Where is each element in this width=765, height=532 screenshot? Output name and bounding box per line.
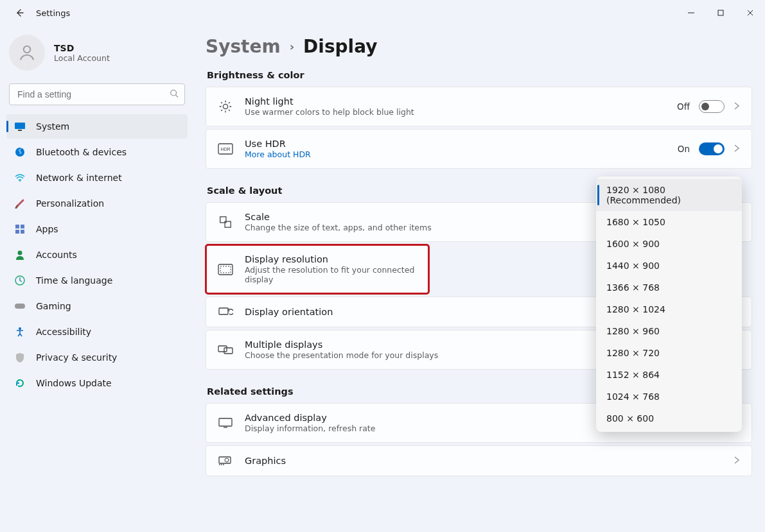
- minimize-button[interactable]: [676, 3, 706, 23]
- resolution-option[interactable]: 1366 × 768: [596, 277, 742, 298]
- sidebar-item-gaming[interactable]: Gaming: [6, 294, 188, 318]
- person-icon: [17, 43, 37, 62]
- avatar: [9, 35, 45, 71]
- sidebar-item-time[interactable]: Time & language: [6, 268, 188, 293]
- card-graphics[interactable]: Graphics: [206, 445, 752, 476]
- resolution-option[interactable]: 1440 × 900: [596, 255, 742, 277]
- card-sub: Use warmer colors to help block blue lig…: [245, 107, 665, 117]
- svg-point-27: [225, 458, 229, 462]
- resolution-option[interactable]: 1280 × 720: [596, 342, 742, 364]
- svg-point-15: [223, 104, 227, 108]
- svg-point-6: [19, 180, 21, 182]
- resolution-option[interactable]: 1920 × 1080 (Recommended): [596, 179, 742, 211]
- hdr-icon: HDR: [218, 143, 233, 155]
- card-sub: Adjust the resolution to fit your connec…: [245, 265, 417, 284]
- toggle-state: On: [678, 144, 690, 154]
- gamepad-icon: [14, 302, 26, 310]
- card-title: Night light: [245, 96, 665, 107]
- chevron-right-icon: [734, 456, 740, 467]
- bluetooth-icon: [14, 147, 26, 157]
- resolution-option[interactable]: 1680 × 1050: [596, 211, 742, 233]
- breadcrumb: System › Display: [206, 36, 752, 57]
- close-icon: [747, 10, 753, 16]
- card-resolution[interactable]: Display resolution Adjust the resolution…: [206, 245, 429, 294]
- sun-icon: [218, 99, 233, 114]
- card-title: Display resolution: [245, 254, 417, 264]
- sidebar-item-update[interactable]: Windows Update: [6, 371, 188, 395]
- resolution-option[interactable]: 1024 × 768: [596, 386, 742, 408]
- resolution-option[interactable]: 1600 × 900: [596, 233, 742, 255]
- window-title: Settings: [36, 8, 70, 18]
- svg-rect-4: [18, 130, 22, 131]
- gpu-icon: [218, 455, 233, 467]
- system-icon: [14, 122, 26, 131]
- breadcrumb-parent[interactable]: System: [206, 36, 281, 57]
- sidebar-item-network[interactable]: Network & internet: [6, 166, 188, 190]
- window-controls: [676, 3, 765, 23]
- sidebar-item-accessibility[interactable]: Accessibility: [6, 320, 188, 344]
- resolution-option[interactable]: 800 × 600: [596, 408, 742, 429]
- resolution-dropdown[interactable]: 1920 × 1080 (Recommended) 1680 × 1050 16…: [596, 176, 742, 432]
- wifi-icon: [14, 174, 26, 182]
- sidebar-item-accounts[interactable]: Accounts: [6, 243, 188, 267]
- displays-icon: [218, 344, 233, 356]
- svg-point-11: [18, 251, 22, 255]
- titlebar: Settings: [0, 0, 765, 26]
- svg-rect-24: [224, 348, 233, 354]
- search-wrap: [9, 83, 185, 105]
- close-button[interactable]: [735, 3, 765, 23]
- brush-icon: [14, 198, 26, 209]
- hdr-toggle[interactable]: [699, 142, 725, 155]
- night-light-toggle[interactable]: [699, 100, 725, 113]
- card-hdr[interactable]: HDR Use HDR More about HDR On: [206, 129, 752, 169]
- sidebar-item-privacy[interactable]: Privacy & security: [6, 345, 188, 370]
- card-title: Graphics: [245, 456, 722, 466]
- resolution-option[interactable]: 1280 × 1024: [596, 298, 742, 320]
- resolution-option[interactable]: 1152 × 864: [596, 364, 742, 386]
- svg-rect-8: [21, 225, 24, 228]
- account-header[interactable]: TSD Local Account: [6, 32, 188, 80]
- svg-rect-9: [15, 230, 19, 234]
- sidebar-item-system[interactable]: System: [6, 114, 188, 139]
- card-title: Use HDR: [245, 139, 666, 149]
- svg-point-2: [171, 90, 177, 96]
- minimize-icon: [688, 10, 694, 16]
- sidebar-item-label: Network & internet: [36, 173, 122, 183]
- chevron-right-icon: ›: [290, 40, 294, 53]
- card-night-light[interactable]: Night light Use warmer colors to help bl…: [206, 87, 752, 126]
- maximize-button[interactable]: [706, 3, 735, 23]
- svg-rect-10: [21, 230, 24, 234]
- sidebar-item-personalization[interactable]: Personalization: [6, 191, 188, 216]
- card-title: Display orientation: [245, 307, 597, 317]
- svg-rect-0: [718, 10, 723, 15]
- sidebar-item-label: Personalization: [36, 198, 104, 209]
- globe-clock-icon: [14, 275, 26, 286]
- sidebar-item-label: Bluetooth & devices: [36, 147, 127, 157]
- svg-point-1: [24, 46, 31, 53]
- monitor-icon: [218, 417, 233, 429]
- orientation-icon: [218, 306, 233, 318]
- nav: System Bluetooth & devices Network & int…: [6, 114, 188, 395]
- apps-icon: [14, 225, 26, 234]
- hdr-more-link[interactable]: More about HDR: [245, 150, 666, 159]
- sidebar-item-apps[interactable]: Apps: [6, 217, 188, 241]
- svg-rect-7: [15, 225, 19, 228]
- sidebar-item-label: Apps: [36, 224, 58, 234]
- back-button[interactable]: [8, 1, 31, 24]
- svg-rect-3: [15, 123, 25, 129]
- sidebar-item-label: Privacy & security: [36, 352, 117, 363]
- accessibility-icon: [14, 327, 26, 337]
- page-title: Display: [303, 36, 377, 57]
- search-input[interactable]: [9, 83, 185, 105]
- card-title: Scale: [245, 212, 597, 222]
- maximize-icon: [717, 10, 724, 16]
- account-name: TSD: [54, 43, 110, 53]
- card-sub: Choose the presentation mode for your di…: [245, 350, 597, 360]
- shield-icon: [14, 352, 26, 363]
- sidebar-item-bluetooth[interactable]: Bluetooth & devices: [6, 140, 188, 164]
- svg-point-14: [19, 327, 21, 330]
- svg-rect-23: [218, 346, 227, 352]
- resolution-option[interactable]: 1280 × 960: [596, 320, 742, 342]
- toggle-state: Off: [677, 101, 690, 112]
- chevron-right-icon: [734, 144, 740, 155]
